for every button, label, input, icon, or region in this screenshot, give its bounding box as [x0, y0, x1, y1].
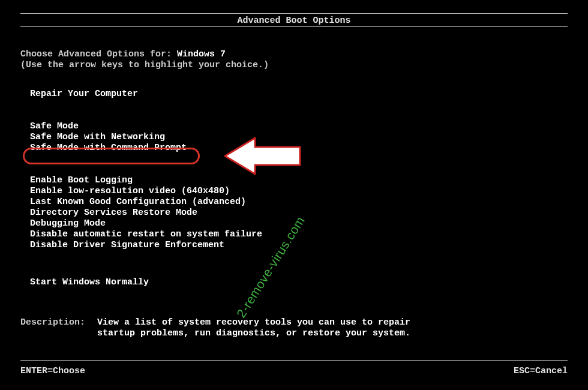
menu-item-safe-mode-networking[interactable]: Safe Mode with Networking — [30, 132, 262, 143]
header-divider-top — [20, 13, 568, 14]
footer-divider — [20, 360, 568, 361]
choose-prompt-label: Choose Advanced Options for: — [20, 49, 177, 59]
menu-item-last-known-good[interactable]: Last Known Good Configuration (advanced) — [30, 197, 262, 208]
os-name: Windows 7 — [177, 49, 226, 59]
menu-item-safe-mode[interactable]: Safe Mode — [30, 121, 262, 132]
menu-item-safe-mode-cmd[interactable]: Safe Mode with Command Prompt — [30, 143, 262, 154]
choose-prompt: Choose Advanced Options for: Windows 7 — [20, 49, 226, 59]
menu-item-disable-auto-restart[interactable]: Disable automatic restart on system fail… — [30, 229, 262, 240]
page-title: Advanced Boot Options — [0, 16, 588, 26]
description-label: Description: — [20, 317, 85, 328]
menu-item-start-normally[interactable]: Start Windows Normally — [30, 277, 262, 288]
menu-item-boot-logging[interactable]: Enable Boot Logging — [30, 175, 262, 186]
menu-item-low-res[interactable]: Enable low-resolution video (640x480) — [30, 186, 262, 197]
header-divider-bottom — [20, 26, 568, 27]
footer-enter-hint: ENTER=Choose — [20, 366, 85, 376]
menu-item-debugging[interactable]: Debugging Mode — [30, 218, 262, 229]
description-text: View a list of system recovery tools you… — [97, 317, 433, 339]
instruction-text: (Use the arrow keys to highlight your ch… — [20, 60, 269, 70]
boot-menu[interactable]: Repair Your Computer Safe Mode Safe Mode… — [30, 89, 262, 288]
menu-item-repair[interactable]: Repair Your Computer — [30, 89, 262, 100]
menu-item-disable-driver-sig[interactable]: Disable Driver Signature Enforcement — [30, 240, 262, 251]
footer-esc-hint: ESC=Cancel — [514, 366, 568, 376]
menu-item-ds-restore[interactable]: Directory Services Restore Mode — [30, 208, 262, 218]
